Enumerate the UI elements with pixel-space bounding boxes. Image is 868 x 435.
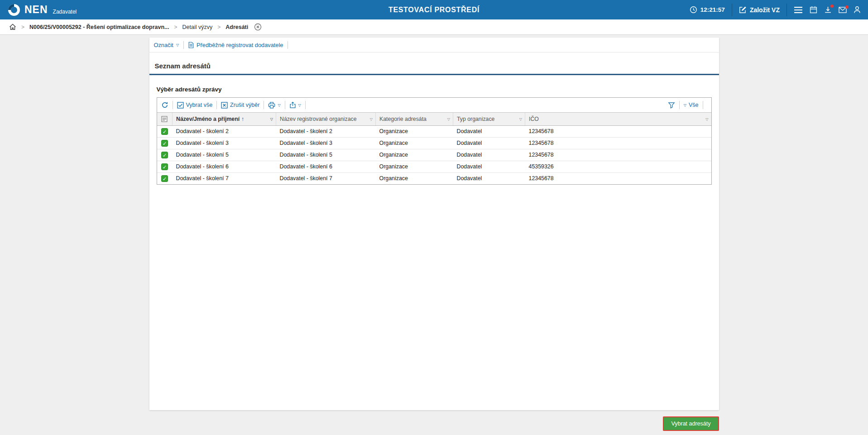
- header-divider: [786, 4, 787, 16]
- breadcrumb-item-addressees[interactable]: Adresáti: [225, 24, 248, 30]
- column-filter-icon[interactable]: ▽: [705, 117, 708, 121]
- mark-label: Označit: [154, 42, 173, 48]
- notification-dot: [830, 5, 834, 8]
- column-label: Typ organizace: [457, 116, 494, 122]
- table-body: ✓Dodavatel - školení 2Dodavatel - školen…: [157, 125, 711, 184]
- column-label: Název/Jméno a příjmení: [176, 116, 240, 122]
- menu-icon[interactable]: [794, 6, 803, 14]
- column-filter-icon[interactable]: ▽: [447, 117, 450, 121]
- chevron-right-icon: >: [217, 24, 221, 30]
- cell-name: Dodavatel - školení 5: [173, 149, 276, 161]
- cell-category: Organizace: [376, 149, 453, 161]
- export-dropdown[interactable]: ▽: [289, 101, 301, 109]
- clock-icon: [690, 6, 697, 14]
- brand[interactable]: NEN Zadavatel: [7, 3, 77, 17]
- row-checkbox-checked[interactable]: ✓: [161, 175, 168, 182]
- column-header-type[interactable]: Typ organizace ▽: [453, 113, 525, 125]
- table-row[interactable]: ✓Dodavatel - školení 3Dodavatel - školen…: [157, 137, 711, 149]
- clear-selection-button[interactable]: Zrušit výběr: [221, 102, 259, 109]
- table-row[interactable]: ✓Dodavatel - školení 7Dodavatel - školen…: [157, 172, 711, 184]
- sort-asc-icon: ↑: [241, 116, 244, 122]
- table-row[interactable]: ✓Dodavatel - školení 2Dodavatel - školen…: [157, 125, 711, 137]
- row-checkbox-checked[interactable]: ✓: [161, 152, 168, 158]
- cell-org: Dodavatel - školení 2: [276, 125, 376, 137]
- header-divider: [732, 4, 732, 16]
- print-dropdown[interactable]: ▽: [268, 102, 280, 109]
- clear-selection-label: Zrušit výběr: [230, 102, 259, 108]
- brand-subtitle: Zadavatel: [53, 9, 77, 15]
- calendar-icon[interactable]: [810, 6, 817, 14]
- brand-name: NEN: [24, 4, 48, 16]
- cell-type: Dodavatel: [453, 149, 525, 161]
- select-column-header[interactable]: [157, 113, 173, 125]
- download-icon[interactable]: [824, 6, 832, 14]
- toolbar-divider: [288, 41, 288, 49]
- notification-dot: [845, 5, 849, 9]
- cell-name: Dodavatel - školení 7: [173, 172, 276, 184]
- cell-ico: 12345678: [525, 149, 711, 161]
- refresh-icon[interactable]: [161, 101, 168, 109]
- breadcrumb-item-detail[interactable]: Detail výzvy: [182, 24, 213, 30]
- toolbar-divider: [183, 41, 184, 49]
- column-header-name[interactable]: Název/Jméno a příjmení↑ ▽: [173, 113, 276, 125]
- row-select-cell: ✓: [157, 172, 173, 184]
- row-select-cell: ✓: [157, 161, 173, 172]
- checkbox-check-icon: [177, 102, 184, 109]
- home-icon[interactable]: [9, 24, 16, 30]
- toolbar-divider: [173, 101, 173, 109]
- toolbar-divider: [285, 101, 285, 109]
- breadcrumb: > N006/25/V00005292 - Řešení optimalizac…: [0, 19, 868, 35]
- action-bar: Označit ▽ Předběžně registrovat dodavate…: [149, 38, 719, 53]
- cell-category: Organizace: [376, 137, 453, 149]
- toolbar-divider: [264, 101, 264, 109]
- row-checkbox-checked[interactable]: ✓: [161, 140, 168, 147]
- cell-ico: 45359326: [525, 161, 711, 172]
- cell-ico: 12345678: [525, 172, 711, 184]
- toolbar-divider: [679, 101, 680, 109]
- filter-icon[interactable]: [668, 102, 675, 109]
- mark-dropdown[interactable]: Označit ▽: [154, 42, 179, 48]
- content-area: Označit ▽ Předběžně registrovat dodavate…: [0, 35, 868, 431]
- column-filter-icon[interactable]: ▽: [370, 117, 373, 121]
- column-header-ico[interactable]: IČO ▽: [525, 113, 711, 125]
- top-header: NEN Zadavatel TESTOVACÍ PROSTŘEDÍ 12:21:…: [0, 0, 868, 19]
- cell-category: Organizace: [376, 172, 453, 184]
- cell-type: Dodavatel: [453, 137, 525, 149]
- column-filter-icon[interactable]: ▽: [270, 117, 273, 121]
- preregister-supplier-button[interactable]: Předběžně registrovat dodavatele: [188, 42, 283, 48]
- table-row[interactable]: ✓Dodavatel - školení 5Dodavatel - školen…: [157, 149, 711, 161]
- create-vz-label: Založit VZ: [750, 6, 780, 14]
- close-tab-icon[interactable]: [254, 23, 262, 31]
- view-all-dropdown[interactable]: ▽ Vše: [684, 102, 699, 108]
- row-select-cell: ✓: [157, 149, 173, 161]
- export-icon: [289, 101, 296, 109]
- chevron-right-icon: >: [21, 24, 24, 30]
- cell-type: Dodavatel: [453, 125, 525, 137]
- cell-org: Dodavatel - školení 3: [276, 137, 376, 149]
- select-addressees-button[interactable]: Vybrat adresáty: [663, 416, 719, 431]
- row-select-cell: ✓: [157, 137, 173, 149]
- chevron-right-icon: >: [174, 24, 177, 30]
- breadcrumb-item-procurement[interactable]: N006/25/V00005292 - Řešení optimalizace …: [29, 24, 169, 30]
- cell-ico: 12345678: [525, 125, 711, 137]
- cell-category: Organizace: [376, 125, 453, 137]
- mail-icon[interactable]: [839, 7, 847, 13]
- printer-icon: [268, 102, 275, 109]
- select-all-label: Vybrat vše: [186, 102, 213, 108]
- column-header-org[interactable]: Název registrované organizace ▽: [276, 113, 376, 125]
- document-icon: [188, 42, 194, 48]
- row-checkbox-checked[interactable]: ✓: [161, 163, 168, 170]
- cell-type: Dodavatel: [453, 172, 525, 184]
- column-header-category[interactable]: Kategorie adresáta ▽: [376, 113, 453, 125]
- clock: 12:21:57: [690, 6, 725, 14]
- user-icon[interactable]: [854, 6, 861, 14]
- create-vz-button[interactable]: Založit VZ: [739, 6, 780, 14]
- select-all-button[interactable]: Vybrat vše: [177, 102, 213, 109]
- row-checkbox-checked[interactable]: ✓: [161, 128, 168, 135]
- main-panel: Označit ▽ Předběžně registrovat dodavate…: [149, 38, 719, 410]
- addressee-grid: Vybrat vše Zrušit výběr: [157, 97, 712, 185]
- current-time: 12:21:57: [700, 6, 725, 13]
- chevron-down-icon: ▽: [684, 103, 686, 107]
- table-row[interactable]: ✓Dodavatel - školení 6Dodavatel - školen…: [157, 161, 711, 172]
- column-filter-icon[interactable]: ▽: [519, 117, 522, 121]
